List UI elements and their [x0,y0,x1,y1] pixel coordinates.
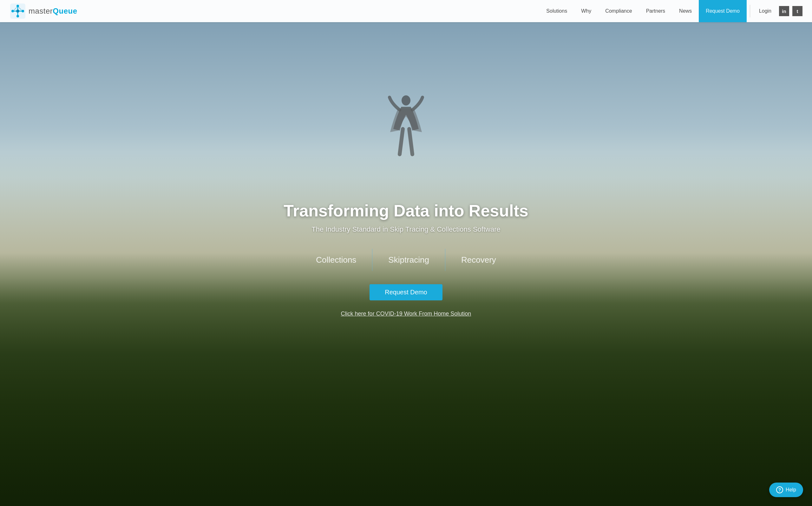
hero-content: Transforming Data into Results The Indus… [277,201,534,318]
nav-login[interactable]: Login [753,8,777,14]
nav-news[interactable]: News [672,0,699,22]
logo-icon [9,3,26,19]
hero-col-collections[interactable]: Collections [300,255,372,265]
logo[interactable]: masterQueue [9,3,77,19]
request-demo-button[interactable]: Request Demo [369,284,442,301]
linkedin-icon[interactable]: in [779,6,789,16]
hero-subtitle: The Industry Standard in Skip Tracing & … [284,225,528,234]
svg-point-1 [11,10,14,12]
nav-partners[interactable]: Partners [639,0,672,22]
hero-title: Transforming Data into Results [284,201,528,221]
nav-solutions[interactable]: Solutions [539,0,574,22]
nav-request-demo[interactable]: Request Demo [699,0,747,22]
social-icons: in t [779,6,803,16]
svg-point-5 [16,9,19,13]
hero-col-recovery[interactable]: Recovery [445,255,512,265]
nav-divider [750,5,750,17]
navbar: masterQueue Solutions Why Compliance Par… [0,0,812,22]
help-button[interactable]: ? Help [769,483,803,497]
hero-columns: Collections Skiptracing Recovery [284,249,528,271]
hero-col-skiptracing[interactable]: Skiptracing [373,255,445,265]
svg-point-4 [16,15,19,17]
logo-text: masterQueue [28,7,77,15]
svg-point-3 [21,10,24,12]
twitter-icon[interactable]: t [792,6,803,16]
help-icon: ? [776,486,783,493]
svg-point-2 [16,5,19,7]
hero-section: Transforming Data into Results The Indus… [0,0,812,506]
nav-compliance[interactable]: Compliance [598,0,639,22]
nav-links: Solutions Why Compliance Partners News R… [539,0,803,22]
nav-why[interactable]: Why [574,0,598,22]
covid-link[interactable]: Click here for COVID-19 Work From Home S… [284,311,528,317]
help-label: Help [786,487,796,493]
